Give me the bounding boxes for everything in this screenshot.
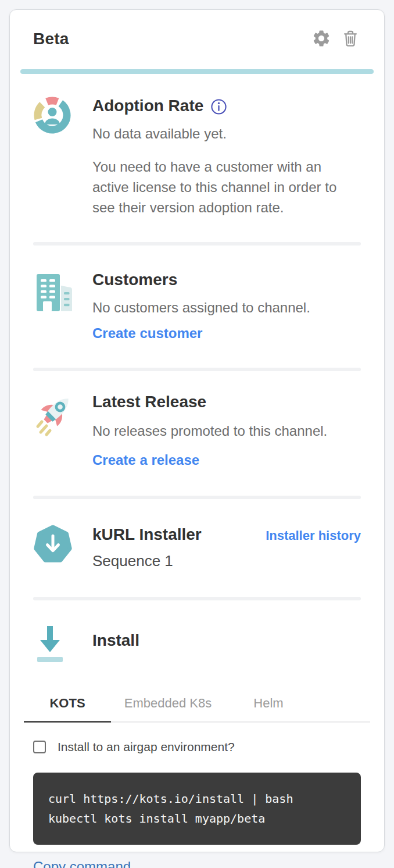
rocket-icon: [33, 392, 71, 442]
header-actions: [311, 29, 361, 49]
channel-title: Beta: [33, 30, 69, 48]
install-heading: Install: [92, 631, 361, 650]
download-arrow-icon: [33, 624, 71, 668]
card-header: Beta: [33, 24, 361, 54]
create-release-link[interactable]: Create a release: [92, 451, 199, 469]
download-heptagon-icon: [33, 525, 71, 567]
channel-card: Beta: [9, 9, 385, 852]
adoption-rate-content: Adoption Rate No data available yet. You…: [92, 96, 361, 218]
install-tabs: KOTS Embedded K8s Helm: [24, 688, 370, 723]
latest-release-empty-text: No releases promoted to this channel.: [92, 421, 361, 441]
trash-icon: [341, 29, 360, 49]
install-command-block: curl https://kots.io/install | bash kube…: [33, 773, 361, 845]
latest-release-heading: Latest Release: [92, 392, 361, 412]
airgap-checkbox[interactable]: [33, 741, 46, 753]
kurl-installer-content: kURL Installer Installer history Sequenc…: [92, 525, 361, 570]
section-kurl-installer: kURL Installer Installer history Sequenc…: [33, 499, 361, 597]
section-latest-release: Latest Release No releases promoted to t…: [33, 371, 361, 496]
delete-channel-button[interactable]: [340, 29, 361, 49]
adoption-rate-hint-text: You need to have a customer with an acti…: [92, 156, 361, 218]
gear-icon: [311, 29, 331, 50]
kurl-installer-heading: kURL Installer: [92, 525, 202, 545]
tab-kots[interactable]: KOTS: [24, 688, 111, 721]
info-circle-icon[interactable]: [210, 98, 227, 115]
airgap-option-row: Install to an airgap environment?: [33, 740, 361, 754]
customers-content: Customers No customers assigned to chann…: [92, 270, 361, 342]
section-install: Install KOTS Embedded K8s Helm Install t…: [33, 600, 361, 868]
create-customer-link[interactable]: Create customer: [92, 325, 202, 342]
tab-embedded-k8s[interactable]: Embedded K8s: [111, 688, 225, 721]
channel-accent-line: [20, 69, 374, 74]
copy-command-link[interactable]: Copy command: [33, 859, 131, 868]
donut-chart-user-icon: [33, 96, 71, 137]
customers-empty-text: No customers assigned to channel.: [92, 298, 361, 318]
customers-heading: Customers: [92, 270, 361, 290]
adoption-rate-heading: Adoption Rate: [92, 96, 203, 116]
install-command-line: curl https://kots.io/install | bash: [48, 789, 346, 809]
buildings-icon: [33, 270, 71, 318]
installer-history-link[interactable]: Installer history: [266, 528, 361, 543]
install-command-line: kubectl kots install myapp/beta: [48, 809, 346, 828]
section-adoption-rate: Adoption Rate No data available yet. You…: [33, 74, 361, 242]
installer-sequence: Sequence 1: [92, 552, 361, 570]
latest-release-content: Latest Release No releases promoted to t…: [92, 392, 361, 469]
adoption-rate-empty-text: No data available yet.: [92, 124, 361, 144]
airgap-label: Install to an airgap environment?: [58, 740, 235, 754]
section-customers: Customers No customers assigned to chann…: [33, 246, 361, 368]
tab-helm[interactable]: Helm: [225, 688, 312, 721]
settings-button[interactable]: [311, 29, 332, 49]
